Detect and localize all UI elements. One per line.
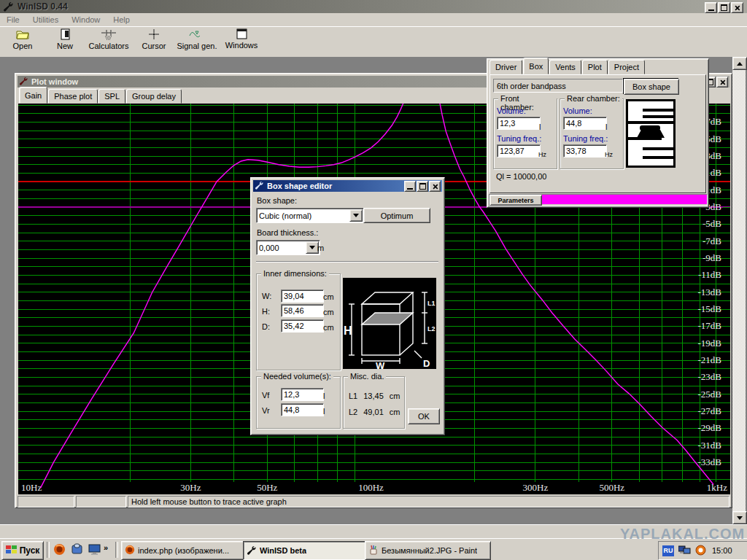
tab-gain[interactable]: Gain xyxy=(19,87,47,104)
vf-input[interactable]: 12,3 xyxy=(281,388,324,401)
ok-button[interactable]: OK xyxy=(408,408,440,424)
d-label: D: xyxy=(262,322,270,331)
dialog-titlebar[interactable]: Box shape editor xyxy=(253,180,442,192)
tab-spl[interactable]: SPL xyxy=(98,89,125,104)
toolbar-windows-label: Windows xyxy=(222,41,261,50)
vf-label: Vf xyxy=(262,391,269,400)
toolbar-calculators-label: Calculators xyxy=(85,42,133,50)
box-shape-combo-button[interactable] xyxy=(349,209,363,222)
start-button[interactable]: Пуск xyxy=(1,541,44,560)
tab-phase-plot[interactable]: Phase plot xyxy=(48,89,98,104)
needed-volumes-group: Needed volume(s): Vf 12,3 l Vr 44,8 l xyxy=(256,376,341,429)
quicklaunch-browser-icon[interactable] xyxy=(53,543,66,557)
scroll-down-icon xyxy=(737,516,743,523)
tray-app-icon[interactable] xyxy=(695,545,706,557)
optimum-button[interactable]: Optimum xyxy=(363,208,430,223)
toolbar-windows-button[interactable]: Windows xyxy=(222,28,261,55)
taskbar-button-winisd[interactable]: WinISD beta xyxy=(243,541,369,560)
tab-group-delay[interactable]: Group delay xyxy=(126,89,182,104)
svg-text:-27dB: -27dB xyxy=(698,405,722,416)
dialog-close-icon xyxy=(432,184,437,188)
dialog-maximize-button[interactable] xyxy=(417,181,428,192)
chevron-down-icon xyxy=(353,214,359,220)
front-tuning-input[interactable]: 123,87 xyxy=(497,144,541,158)
rear-volume-unit: l xyxy=(605,122,607,131)
system-tray: RU 15:00 xyxy=(658,541,747,560)
menubar: File Utilities Window Help xyxy=(0,13,747,26)
parameters-strip: Parameters xyxy=(489,194,708,206)
minimize-button[interactable] xyxy=(705,2,717,13)
quicklaunch-overflow-chevron[interactable]: » xyxy=(104,543,108,552)
box-type-field[interactable]: 6th order bandpass xyxy=(493,79,623,93)
w-input[interactable]: 39,04 xyxy=(281,289,324,303)
windows-flag-icon xyxy=(6,545,17,557)
plot-close-icon xyxy=(719,79,724,84)
toolbar-cursor-button[interactable]: Cursor xyxy=(136,28,172,55)
app-title: WinISD 0.44 xyxy=(18,1,68,12)
toolbar-open-label: Open xyxy=(6,42,39,50)
vr-label: Vr xyxy=(262,406,270,415)
toolbar-cursor-label: Cursor xyxy=(136,42,172,50)
restore-button[interactable] xyxy=(718,2,730,13)
close-button[interactable] xyxy=(731,2,743,13)
language-indicator[interactable]: RU xyxy=(662,545,674,556)
box-shape-button[interactable]: Box shape xyxy=(623,78,678,94)
scroll-down-button[interactable] xyxy=(732,511,747,524)
rear-tuning-input[interactable]: 33,78 xyxy=(563,144,607,158)
misc-dia-title: Misc. dia. xyxy=(348,372,386,381)
d-unit: cm xyxy=(323,323,334,332)
dialog-close-button[interactable] xyxy=(429,181,441,192)
d-input[interactable]: 35,42 xyxy=(281,319,324,332)
mdi-vscrollbar[interactable] xyxy=(732,57,746,524)
toolbar-open-button[interactable]: Open xyxy=(6,28,39,55)
quicklaunch-app-icon[interactable] xyxy=(71,543,83,557)
toolbar-calculators-button[interactable]: Calculators xyxy=(85,28,133,55)
inner-dimensions-group: Inner dimensions: W: 39,04 cm H: 58,46 c… xyxy=(256,273,341,370)
quicklaunch-desktop-icon[interactable] xyxy=(88,543,101,557)
box-parameters-panel: Driver Box Vents Plot Project 6th order … xyxy=(487,58,709,208)
parameters-tab[interactable]: Parameters xyxy=(489,195,542,206)
tray-clock[interactable]: 15:00 xyxy=(712,546,732,555)
rear-tuning-label: Tuning freq.: xyxy=(563,134,608,143)
tab-driver[interactable]: Driver xyxy=(489,60,522,74)
divider xyxy=(256,261,438,262)
svg-text:-23dB: -23dB xyxy=(698,371,722,382)
box-shape-combobox[interactable]: Cubic (normal) xyxy=(256,208,364,223)
menu-window[interactable]: Window xyxy=(65,15,107,24)
vr-input[interactable]: 44,8 xyxy=(281,403,324,416)
status-panel-1 xyxy=(18,496,74,508)
wireframe-d-label: D xyxy=(423,358,430,369)
tab-vents[interactable]: Vents xyxy=(549,60,581,74)
board-thickness-combobox[interactable]: 0,000 xyxy=(256,240,320,255)
svg-text:300Hz: 300Hz xyxy=(523,482,549,493)
network-tray-icon[interactable] xyxy=(678,545,691,557)
menu-file[interactable]: File xyxy=(0,15,26,24)
tab-project[interactable]: Project xyxy=(608,60,645,74)
w-unit: cm xyxy=(323,292,334,301)
toolbar-new-button[interactable]: New xyxy=(47,28,83,55)
taskbar-button-browser[interactable]: index.php (изображени... xyxy=(121,541,247,560)
toolbar-signalgen-button[interactable]: Signal gen. xyxy=(174,28,220,55)
watermark: YAPLAKAL.COM xyxy=(620,526,745,542)
svg-text:-11dB: -11dB xyxy=(698,269,721,280)
main-titlebar: WinISD 0.44 xyxy=(0,0,747,13)
plot-close-button[interactable] xyxy=(716,77,728,88)
bandpass-diagram xyxy=(626,99,676,168)
taskbar-button-paint[interactable]: Безымянный2.JPG - Paint xyxy=(365,541,491,560)
rear-volume-input[interactable]: 44,8 xyxy=(563,117,607,130)
h-input[interactable]: 58,46 xyxy=(281,304,324,317)
scroll-up-button[interactable] xyxy=(732,57,747,70)
vf-unit: l xyxy=(323,392,325,400)
menu-help[interactable]: Help xyxy=(107,15,136,24)
front-tuning-unit: Hz xyxy=(538,151,546,158)
front-volume-label: Volume: xyxy=(497,106,526,115)
front-volume-input[interactable]: 12,3 xyxy=(497,117,541,130)
dialog-minimize-button[interactable] xyxy=(404,181,416,192)
menu-utilities[interactable]: Utilities xyxy=(26,15,65,24)
wireframe-h-label: H xyxy=(344,324,352,337)
tab-box[interactable]: Box xyxy=(523,58,549,74)
svg-text:-29dB: -29dB xyxy=(698,422,722,433)
svg-text:1kHz: 1kHz xyxy=(707,482,727,493)
restore-icon xyxy=(721,4,727,11)
tab-plot[interactable]: Plot xyxy=(582,60,608,74)
